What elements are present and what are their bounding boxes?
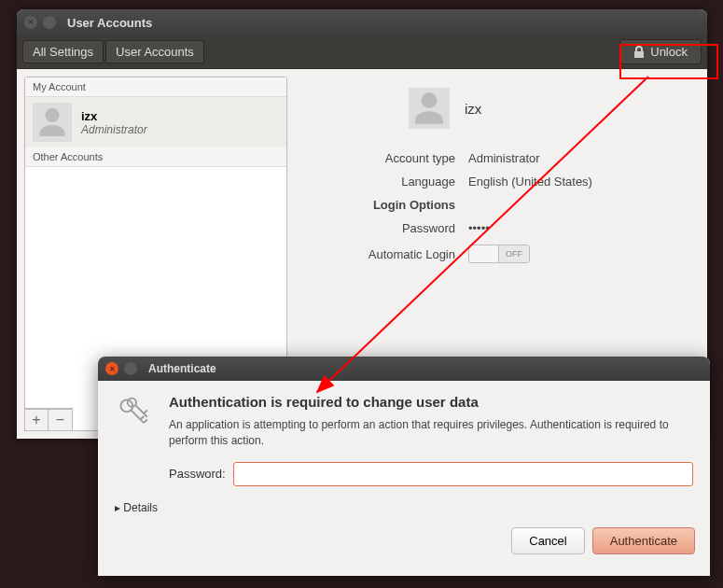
password-value[interactable]: •••••: [468, 221, 490, 235]
auto-login-toggle[interactable]: OFF: [468, 245, 530, 263]
titlebar[interactable]: ✕ Authenticate: [98, 357, 710, 381]
lock-icon: [633, 46, 645, 59]
other-accounts-header: Other Accounts: [25, 147, 286, 167]
password-label: Password: [315, 221, 455, 235]
unlock-button[interactable]: Unlock: [619, 39, 702, 64]
sidebar-user-item[interactable]: izx Administrator: [25, 97, 286, 147]
close-icon[interactable]: ✕: [105, 362, 118, 375]
auth-description: An application is attempting to perform …: [169, 417, 693, 449]
password-label: Password:: [169, 467, 226, 481]
breadcrumb-user-accounts[interactable]: User Accounts: [105, 40, 204, 63]
details-expander[interactable]: ▸ Details: [98, 501, 710, 522]
add-user-button[interactable]: +: [24, 409, 49, 431]
avatar[interactable]: [409, 88, 450, 129]
titlebar[interactable]: ✕ User Accounts: [17, 9, 707, 35]
sidebar-user-name: izx: [81, 109, 147, 123]
minimize-icon[interactable]: [124, 362, 137, 375]
authenticate-button[interactable]: Authenticate: [592, 527, 695, 554]
breadcrumb-all-settings[interactable]: All Settings: [22, 40, 104, 63]
password-input[interactable]: [233, 462, 693, 486]
login-options-label: Login Options: [315, 198, 455, 212]
auth-heading: Authentication is required to change use…: [169, 394, 693, 410]
language-label: Language: [315, 175, 455, 189]
my-account-header: My Account: [25, 77, 286, 97]
avatar: [33, 103, 72, 142]
sidebar-user-role: Administrator: [81, 123, 147, 136]
authenticate-dialog: ✕ Authenticate Authentication is require…: [98, 357, 710, 576]
unlock-label: Unlock: [650, 45, 688, 59]
remove-user-button[interactable]: −: [49, 409, 73, 431]
language-value[interactable]: English (United States): [468, 175, 592, 189]
cancel-button[interactable]: Cancel: [511, 527, 584, 554]
dialog-title: Authenticate: [148, 362, 216, 375]
window-title: User Accounts: [67, 16, 152, 30]
auto-login-label: Automatic Login: [315, 247, 455, 261]
toolbar: All Settings User Accounts Unlock: [17, 35, 707, 69]
close-icon[interactable]: ✕: [24, 16, 37, 29]
account-type-value[interactable]: Administrator: [468, 151, 540, 165]
minimize-icon[interactable]: [43, 16, 56, 29]
keys-icon: [115, 394, 156, 435]
account-type-label: Account type: [315, 151, 455, 165]
user-name-field[interactable]: izx: [465, 101, 481, 117]
